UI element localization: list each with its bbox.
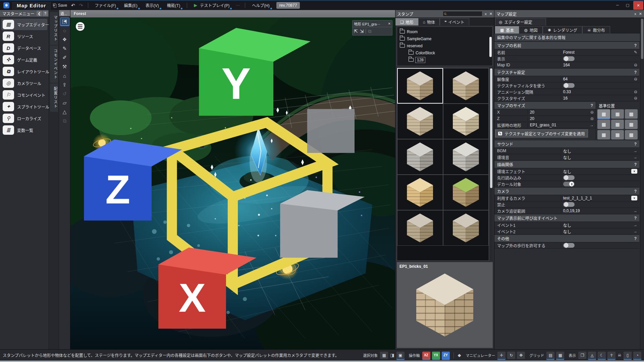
ambient-field[interactable]: なし→ [561, 155, 639, 160]
pen-tool-button[interactable]: ✎ [60, 45, 69, 53]
grid-display-button[interactable]: ▦ [556, 352, 564, 359]
base-position-top-left[interactable]: ▦ [597, 109, 610, 119]
tree-item-room[interactable]: Room [398, 28, 492, 35]
tree-item-samplegame[interactable]: SampleGame [398, 35, 492, 42]
tab-placement-list[interactable]: 配置リスト [50, 83, 58, 112]
base-position-top-center[interactable]: ▦ [611, 109, 624, 119]
grid-snap-button[interactable]: ▤ [546, 352, 554, 359]
map-id-field[interactable]: 164⊖ [561, 63, 639, 67]
menu-view[interactable]: 表示(V) [144, 1, 161, 9]
selection-target-grid-button[interactable]: ▦ [380, 352, 388, 359]
sidebar-item-sprite-tool[interactable]: ✦ スプライトツール [1, 101, 47, 112]
maximize-button[interactable]: ▢ [623, 1, 633, 9]
dropdown-icon[interactable]: ▾ [631, 169, 637, 174]
close-panel-icon[interactable]: ✕ [639, 12, 642, 16]
rotate-tool-button[interactable]: ↺ [60, 90, 69, 98]
spinner-icon[interactable]: ⊖ [590, 116, 594, 121]
tab-map[interactable]: ◍ 地図 [519, 26, 543, 34]
axis-yx-button[interactable]: YX [432, 352, 440, 359]
tab-event[interactable]: ❝ イベント [440, 18, 469, 25]
shovel-tool-button[interactable]: ⚒ [60, 63, 69, 71]
base-position-bottom-center[interactable]: ▦ [611, 130, 624, 139]
stamp-search-input[interactable] [447, 12, 478, 16]
help-icon[interactable]: ? [634, 236, 637, 241]
duplicate-tool-button[interactable]: ⧉ [60, 117, 69, 125]
tree-item-colorblock[interactable]: ColorBlock [398, 49, 492, 56]
axis-gizmo[interactable]: Y Z X [70, 17, 395, 349]
tree-scrollbar[interactable] [489, 37, 492, 57]
view-light-cone-button[interactable]: ◬ [588, 352, 596, 359]
base-position-mid-center[interactable]: ▦ [611, 120, 624, 129]
house-tool-button[interactable]: ⌂ [60, 72, 69, 80]
decal-toggle[interactable] [563, 182, 575, 186]
event2-field[interactable]: なし→ [561, 229, 639, 234]
spinner-icon[interactable]: ⊖ [590, 110, 594, 115]
sidebar-item-localize[interactable]: ⚲ ローカライズ [1, 113, 47, 124]
selection-lock-button[interactable]: ▣ [396, 352, 405, 359]
spinner-icon[interactable]: ⊖ [634, 77, 637, 81]
map-size-x-field[interactable]: 20⊖ [528, 110, 596, 115]
clipboard-icon[interactable]: ⧉ [368, 28, 371, 34]
map-size-z-field[interactable]: 20⊖ [528, 116, 596, 121]
base-position-mid-left[interactable]: ▦ [597, 120, 610, 129]
slope-tool-button[interactable]: ▱ [60, 99, 69, 107]
help-icon[interactable]: ? [634, 70, 637, 75]
pin-icon[interactable]: ⌅ [484, 12, 487, 16]
base-position-bottom-right[interactable]: ▦ [625, 130, 638, 139]
view-night-button[interactable]: ☾ [598, 352, 606, 359]
spinner-icon[interactable]: ⊖ [634, 89, 637, 94]
enemy-skull-icon[interactable]: ☠ [618, 353, 622, 358]
register-stamp-icon[interactable]: ⇲ [360, 28, 364, 34]
export-stamp-tool-button[interactable]: ⇪ [60, 81, 69, 89]
help-icon[interactable]: ? [634, 43, 637, 48]
lasso-tool-button[interactable]: ◌ [60, 26, 69, 35]
grab-tool-button[interactable]: ❖ [60, 36, 69, 44]
sidebar-item-layout-tool[interactable]: ⧉ レイアウトツール [1, 66, 47, 77]
event1-field[interactable]: なし→ [561, 222, 639, 228]
close-button[interactable]: ✕ [633, 1, 643, 10]
apply-texture-size-button[interactable]: ✎ テクスチャ設定とマップのサイズ変更を適用 [495, 129, 588, 137]
stamp-item[interactable] [397, 210, 443, 246]
help-icon[interactable]: ? [634, 142, 637, 146]
minimize-button[interactable]: ─ [612, 1, 623, 9]
stamp-search-box[interactable]: ⚲ [443, 11, 482, 16]
resolution-field[interactable]: 64⊖ [561, 77, 639, 81]
pin-icon[interactable]: ⌅ [634, 12, 637, 16]
brush-tool-button[interactable]: ✐ [60, 54, 69, 62]
base-position-bottom-left[interactable]: ▦ [597, 130, 610, 139]
stamp-item[interactable] [397, 139, 443, 175]
spinner-icon[interactable]: ⊖ [634, 96, 637, 101]
base-position-mid-right[interactable]: ▦ [625, 120, 638, 129]
axis-zy-button[interactable]: ZY [442, 352, 450, 359]
forbid-toggle[interactable] [563, 202, 575, 207]
spinner-icon[interactable]: ⊖ [634, 63, 637, 67]
manipulator-scale-button[interactable]: ✥ [517, 352, 525, 359]
stamp-item[interactable] [443, 175, 489, 210]
env-effect-field[interactable]: なし▾ [561, 169, 639, 174]
stamp-item-selected[interactable] [397, 68, 443, 104]
help-icon[interactable]: ? [634, 189, 637, 194]
preload-toggle[interactable] [563, 175, 575, 180]
tab-enemy-distribution[interactable]: ☠ 敵分布 [582, 26, 610, 34]
stamp-item[interactable] [443, 68, 489, 104]
tab-basic[interactable]: ▦ 基本 [495, 26, 519, 34]
ramp-tool-button[interactable]: △ [60, 108, 69, 116]
tab-object[interactable]: ⌂ 物体 [418, 18, 440, 25]
visible-toggle[interactable] [563, 56, 575, 61]
sidebar-item-camera-tool[interactable]: ◎ カメラツール [1, 77, 47, 89]
cluster-size-field[interactable]: 16⊖ [561, 96, 639, 101]
undo-button[interactable]: ↶ [71, 1, 75, 9]
menu-function[interactable]: 機能(T) [165, 1, 182, 9]
menu-edit[interactable]: 編集(E) [122, 1, 140, 9]
view-character-button[interactable]: ☥ [607, 352, 615, 359]
tab-common-event[interactable]: コモンイベント [50, 46, 58, 83]
menu-help[interactable]: ヘルプ(H) [250, 1, 272, 9]
tab-terrain[interactable]: ❏ 地形 [395, 18, 418, 25]
sidebar-item-common-event[interactable]: ⚐ コモンイベント [1, 89, 47, 101]
testplay-button[interactable]: ▶ テストプレイ(P) [192, 1, 231, 9]
walk-outside-toggle[interactable] [563, 243, 575, 248]
tab-rendering[interactable]: ✺ レンダリング [543, 26, 582, 34]
more-menu-button[interactable]: ⋯ [235, 1, 240, 9]
axis-xz-button[interactable]: XZ [422, 352, 430, 359]
animation-interval-field[interactable]: 0.33⊖ [561, 89, 639, 94]
